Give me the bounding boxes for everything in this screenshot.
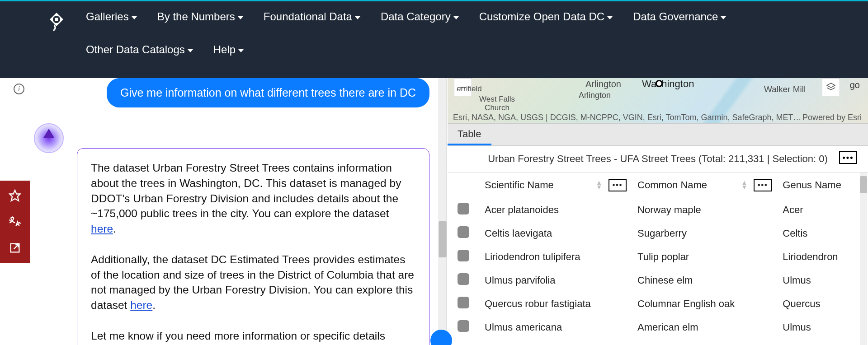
- tab-table[interactable]: Table: [448, 124, 491, 145]
- map-powered-by: Powered by Esri: [802, 113, 862, 122]
- panel-divider[interactable]: [439, 78, 447, 345]
- dataset-link-2[interactable]: here: [130, 299, 152, 311]
- column-menu-button[interactable]: •••: [754, 179, 772, 191]
- table-options-button[interactable]: •••: [839, 151, 857, 164]
- caret-icon: [238, 49, 244, 52]
- row-checkbox[interactable]: [458, 297, 469, 308]
- map-label: Walker Mill: [764, 84, 806, 94]
- cell-scientific: Ulmus parvifolia: [479, 269, 632, 292]
- cell-genus: Ulmus: [777, 316, 868, 339]
- nav-foundational-data[interactable]: Foundational Data: [264, 10, 360, 23]
- cell-scientific: Celtis laevigata: [479, 222, 632, 245]
- table-row[interactable]: Quercus robur fastigiata Columnar Englis…: [448, 292, 868, 316]
- map-layers-button[interactable]: [822, 78, 840, 96]
- table-row[interactable]: Ulmus americana American elm Ulmus: [448, 316, 868, 339]
- map-label: Arlington: [579, 91, 611, 100]
- nav-data-category[interactable]: Data Category: [381, 10, 459, 23]
- row-checkbox[interactable]: [458, 320, 469, 332]
- column-common-name[interactable]: Common Name▲▼•••: [632, 172, 777, 198]
- sort-icon[interactable]: ▲▼: [741, 181, 747, 190]
- table-row[interactable]: Acer platanoides Norway maple Acer: [448, 198, 868, 222]
- table-scrollbar[interactable]: [860, 172, 867, 345]
- nav-other-catalogs[interactable]: Other Data Catalogs: [86, 43, 193, 56]
- cell-genus: Acer: [777, 198, 868, 222]
- cell-common: Columnar English oak: [632, 292, 777, 316]
- map-label: Washington: [642, 78, 694, 90]
- caret-icon: [721, 16, 726, 19]
- cell-genus: Quercus: [777, 292, 868, 316]
- cell-genus: Celtis: [777, 222, 868, 245]
- cell-scientific: Quercus robur fastigiata: [479, 292, 632, 316]
- cell-genus: Liriodendron: [777, 245, 868, 269]
- caret-icon: [188, 49, 193, 52]
- cell-common: Norway maple: [632, 198, 777, 222]
- assistant-message: The dataset Urban Forestry Street Trees …: [77, 148, 429, 345]
- table-row[interactable]: Celtis laevigata Sugarberry Celtis: [448, 222, 868, 245]
- map-marker: [656, 80, 663, 87]
- table-title: Urban Forestry Street Trees - UFA Street…: [488, 153, 828, 165]
- nav-customize[interactable]: Customize Open Data DC: [479, 10, 613, 23]
- cell-scientific: Liriodendron tulipifera: [479, 245, 632, 269]
- data-table: Scientific Name▲▼••• Common Name▲▼••• Ge…: [448, 172, 868, 339]
- map-label: West Falls Church: [479, 95, 515, 112]
- svg-marker-4: [827, 83, 835, 88]
- cell-scientific: Acer platanoides: [479, 198, 632, 222]
- map-label: errifield: [457, 84, 482, 93]
- user-message: Give me information on what different tr…: [107, 78, 429, 107]
- nav-help[interactable]: Help: [213, 43, 244, 56]
- assistant-avatar: [34, 123, 64, 153]
- map-credits: Esri, NASA, NGA, USGS | DCGIS, M-NCPPC, …: [453, 113, 801, 122]
- sort-icon[interactable]: ▲▼: [596, 181, 602, 190]
- nav-galleries[interactable]: Galleries: [86, 10, 137, 23]
- table-row[interactable]: Liriodendron tulipifera Tulip poplar Lir…: [448, 245, 868, 269]
- chat-panel: Give me information on what different tr…: [34, 78, 436, 345]
- caret-icon: [132, 16, 137, 19]
- column-scientific-name[interactable]: Scientific Name▲▼•••: [479, 172, 632, 198]
- svg-point-1: [55, 18, 58, 21]
- cell-genus: Ulmus: [777, 269, 868, 292]
- row-checkbox[interactable]: [458, 273, 469, 285]
- caret-icon: [238, 16, 243, 19]
- caret-icon: [607, 16, 613, 19]
- table-row[interactable]: Ulmus parvifolia Chinese elm Ulmus: [448, 269, 868, 292]
- cell-common: Sugarberry: [632, 222, 777, 245]
- map[interactable]: − Arlington Washington Arlington Walker …: [448, 78, 868, 123]
- nav-by-the-numbers[interactable]: By the Numbers: [157, 10, 243, 23]
- nav-data-governance[interactable]: Data Governance: [633, 10, 726, 23]
- main-navbar: Galleries By the Numbers Foundational Da…: [0, 1, 868, 78]
- row-checkbox[interactable]: [458, 226, 469, 238]
- right-panel: − Arlington Washington Arlington Walker …: [448, 78, 868, 345]
- panel-divider-handle[interactable]: [439, 221, 447, 257]
- cell-common: Tulip poplar: [632, 245, 777, 269]
- map-label: Arlington: [585, 79, 621, 89]
- map-go-label: go: [850, 80, 860, 90]
- cell-common: American elm: [632, 316, 777, 339]
- row-checkbox[interactable]: [458, 250, 469, 261]
- caret-icon: [453, 16, 459, 19]
- table-tabs: Table: [448, 123, 868, 146]
- column-genus-name[interactable]: Genus Name: [777, 172, 868, 198]
- cell-common: Chinese elm: [632, 269, 777, 292]
- dataset-link-1[interactable]: here: [91, 223, 113, 235]
- column-menu-button[interactable]: •••: [609, 179, 627, 191]
- cell-scientific: Ulmus americana: [479, 316, 632, 339]
- row-checkbox[interactable]: [458, 203, 469, 214]
- site-logo[interactable]: [45, 10, 68, 33]
- caret-icon: [355, 16, 360, 19]
